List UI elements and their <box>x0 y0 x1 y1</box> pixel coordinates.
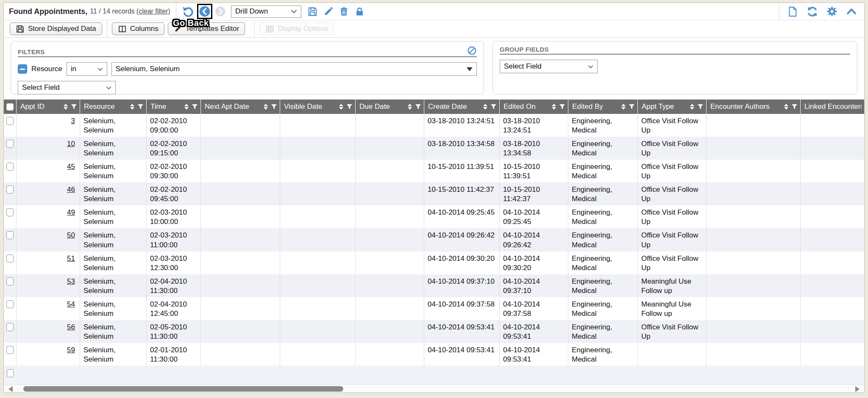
filter-funnel-icon[interactable] <box>271 104 277 110</box>
filter-funnel-icon[interactable] <box>490 104 497 110</box>
appt-id-link[interactable]: 51 <box>67 254 75 263</box>
clear-filter-link[interactable]: (clear filter) <box>136 8 170 15</box>
cell-resource: Selenium, Selenium <box>80 182 147 205</box>
sort-icon[interactable] <box>184 104 189 110</box>
appt-id-link[interactable]: 53 <box>67 277 75 285</box>
cell-edited-by: Engineering, Medical <box>568 297 638 320</box>
appt-id-link[interactable]: 59 <box>67 346 75 354</box>
appt-id-link[interactable]: 49 <box>67 208 75 216</box>
filter-funnel-icon[interactable] <box>71 104 77 110</box>
cell-select <box>4 114 17 137</box>
row-checkbox[interactable] <box>6 346 14 354</box>
column-header-linked-encounters[interactable]: Linked Encounters <box>801 100 864 114</box>
table-row: 51Selenium, Selenium02-03-201012:30:0004… <box>4 252 864 274</box>
sort-icon[interactable] <box>264 104 268 110</box>
record-count: 11 / 14 records <box>90 8 135 15</box>
sort-icon[interactable] <box>408 104 412 110</box>
sort-icon[interactable] <box>130 104 134 110</box>
horizontal-scrollbar[interactable] <box>4 384 864 392</box>
row-checkbox[interactable] <box>6 140 14 148</box>
scroll-left-arrow-icon[interactable] <box>8 386 13 392</box>
column-header-edited-on[interactable]: Edited On <box>500 100 568 114</box>
row-checkbox[interactable] <box>6 277 14 285</box>
footer-checkbox[interactable] <box>7 369 14 377</box>
go-forward-icon[interactable] <box>215 6 226 17</box>
filter-funnel-icon[interactable] <box>629 104 635 110</box>
row-checkbox[interactable] <box>6 117 14 125</box>
add-filter-field-select[interactable]: Select Field <box>18 81 116 94</box>
row-checkbox[interactable] <box>6 300 14 308</box>
column-header-edited-by[interactable]: Edited By <box>568 100 638 114</box>
sort-icon[interactable] <box>483 104 487 110</box>
row-checkbox[interactable] <box>6 323 14 331</box>
sort-icon[interactable] <box>64 104 68 110</box>
filter-value-text: Selenium, Selenium <box>116 65 180 73</box>
filter-funnel-icon[interactable] <box>697 104 704 110</box>
delete-template-icon[interactable] <box>339 6 349 17</box>
row-checkbox[interactable] <box>6 163 14 171</box>
sort-icon[interactable] <box>690 104 694 110</box>
new-document-icon[interactable] <box>787 6 798 17</box>
cell-edited-by: Engineering, Medical <box>568 137 638 160</box>
select-all-checkbox[interactable] <box>6 103 14 111</box>
cell-select <box>4 160 17 182</box>
filter-funnel-icon[interactable] <box>791 104 798 110</box>
filter-value-select[interactable]: Selenium, Selenium <box>111 62 477 76</box>
scroll-right-arrow-icon[interactable] <box>855 386 860 392</box>
column-header-appt-id[interactable]: Appt ID <box>17 100 80 114</box>
row-checkbox[interactable] <box>6 231 14 239</box>
filter-funnel-icon[interactable] <box>137 104 144 110</box>
row-checkbox[interactable] <box>6 185 14 193</box>
appt-id-link[interactable]: 45 <box>67 163 75 171</box>
column-header-due-date[interactable]: Due Date <box>356 100 424 114</box>
save-template-icon[interactable] <box>307 6 318 17</box>
appt-id-link[interactable]: 50 <box>67 231 75 239</box>
cell-select <box>4 274 17 297</box>
column-header-create-date[interactable]: Create Date <box>424 100 500 114</box>
appt-id-link[interactable]: 3 <box>71 117 75 125</box>
cell-next-apt-date <box>201 137 280 160</box>
remove-filter-button[interactable] <box>18 64 27 74</box>
edit-template-icon[interactable] <box>323 6 334 17</box>
scrollbar-thumb[interactable] <box>23 386 343 392</box>
filter-funnel-icon[interactable] <box>559 104 565 110</box>
column-header-visible-date[interactable]: Visible Date <box>280 100 356 114</box>
filter-funnel-icon[interactable] <box>346 104 353 110</box>
column-header-resource[interactable]: Resource <box>80 100 147 114</box>
gear-icon[interactable] <box>826 6 838 17</box>
sort-icon[interactable] <box>621 104 626 110</box>
cell-linked-encounters <box>801 320 864 343</box>
sort-icon[interactable] <box>552 104 556 110</box>
sort-icon[interactable] <box>784 104 788 110</box>
appt-id-link[interactable]: 46 <box>67 185 75 193</box>
template-select[interactable]: Drill Down <box>231 6 301 18</box>
filter-operator-select[interactable]: in <box>67 62 107 76</box>
filter-funnel-icon[interactable] <box>192 104 198 110</box>
group-field-select[interactable]: Select Field <box>500 60 598 73</box>
lock-template-icon[interactable] <box>354 6 365 17</box>
refresh-icon[interactable] <box>806 6 818 18</box>
cell-visible-date <box>280 297 356 320</box>
undo-icon[interactable] <box>182 5 195 18</box>
column-header-next-apt-date[interactable]: Next Apt Date <box>201 100 280 114</box>
row-checkbox[interactable] <box>6 254 14 263</box>
cell-next-apt-date <box>201 320 280 343</box>
appt-id-link[interactable]: 56 <box>67 323 75 331</box>
row-checkbox[interactable] <box>6 208 14 216</box>
go-back-icon[interactable] <box>199 6 211 17</box>
disable-filters-icon[interactable] <box>467 46 477 55</box>
appt-id-link[interactable]: 10 <box>67 140 75 148</box>
store-displayed-data-button[interactable]: Store Displayed Data <box>10 22 102 35</box>
collapse-chevron-up-icon[interactable] <box>846 6 857 17</box>
cell-create-date: 10-15-2010 11:42:37 <box>424 182 500 205</box>
sort-icon[interactable] <box>339 104 343 110</box>
columns-button[interactable]: Columns <box>112 22 164 35</box>
display-options-button[interactable]: Display Options <box>259 22 334 35</box>
action-toolbar: Store Displayed Data Columns Templates E… <box>4 20 864 38</box>
column-header-encounter-authors[interactable]: Encounter Authors <box>707 100 801 114</box>
column-header-time[interactable]: Time <box>147 100 201 114</box>
filter-funnel-icon[interactable] <box>415 104 421 110</box>
appt-id-link[interactable]: 54 <box>67 300 75 308</box>
column-header-appt-type[interactable]: Appt Type <box>638 100 707 114</box>
cell-create-date: 03-18-2010 13:34:58 <box>424 137 500 160</box>
